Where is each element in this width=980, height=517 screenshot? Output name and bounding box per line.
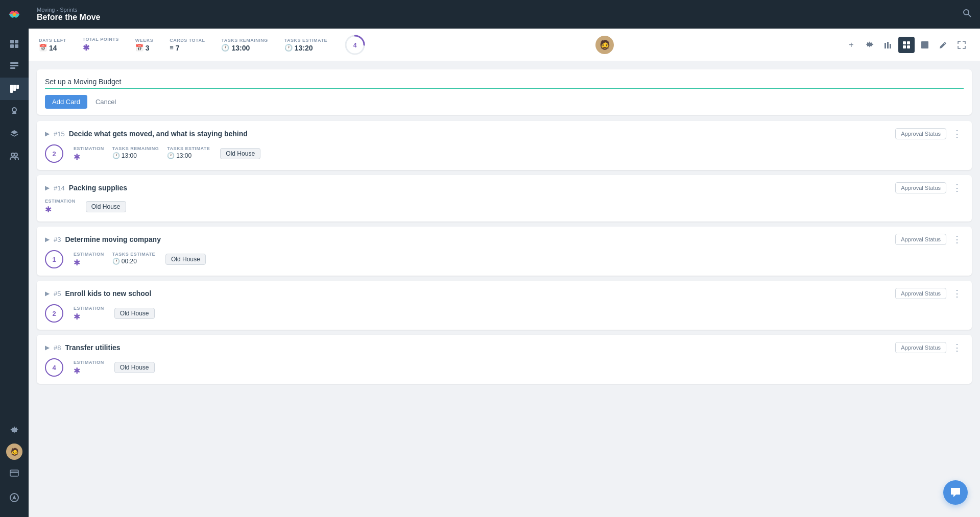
clock-icon: 🕐 xyxy=(112,258,120,265)
chart-button[interactable] xyxy=(898,37,915,53)
estimation-value: ✱ xyxy=(45,205,76,214)
expand-icon[interactable]: ▶ xyxy=(45,344,50,351)
card-meta: ESTIMATION ✱ TASKS ESTIMATE 🕐 00:20 xyxy=(74,252,155,267)
tasks-estimate-label: TASKS ESTIMATE xyxy=(167,146,210,151)
stats-bar: DAYS LEFT 📅 14 TOTAL POINTS ✱ WEEKS 📅 3 … xyxy=(29,29,980,61)
stat-days-left: DAYS LEFT 📅 14 xyxy=(39,38,66,52)
more-options-icon[interactable]: ⋮ xyxy=(950,342,964,353)
stat-total-points-label: TOTAL POINTS xyxy=(83,37,119,42)
estimation-label: ESTIMATION xyxy=(74,146,104,151)
expand-icon[interactable]: ▶ xyxy=(45,184,50,191)
expand-icon[interactable]: ▶ xyxy=(45,236,50,243)
stat-total-points-value: ✱ xyxy=(83,43,119,53)
approval-status-button[interactable]: Approval Status xyxy=(895,234,946,245)
stat-cards-total: CARDS TOTAL ≡ 7 xyxy=(170,38,205,52)
clock-icon: 🕐 xyxy=(112,152,120,159)
estimation-value: ✱ xyxy=(74,258,104,267)
add-card-input[interactable] xyxy=(45,76,964,89)
svg-rect-9 xyxy=(10,85,13,93)
estimation-group: ESTIMATION ✱ xyxy=(74,360,104,376)
svg-rect-17 xyxy=(10,472,18,473)
estimation-group: ESTIMATION ✱ xyxy=(74,252,104,267)
location-tag: Old House xyxy=(114,362,155,373)
svg-point-1 xyxy=(13,13,16,16)
svg-rect-26 xyxy=(885,43,886,48)
approval-status-button[interactable]: Approval Status xyxy=(895,128,946,139)
card-body: 1 ESTIMATION ✱ TASKS ESTIMATE 🕐 00:20 O xyxy=(37,245,972,276)
chat-button[interactable] xyxy=(943,480,968,505)
expand-icon[interactable]: ▶ xyxy=(45,130,50,137)
sidebar-item-settings[interactable] xyxy=(0,419,29,441)
sidebar-item-sprints[interactable] xyxy=(0,78,29,100)
content-area: Add Card Cancel ▶ #15 Decide what gets m… xyxy=(29,61,980,517)
cards-icon: ≡ xyxy=(170,44,174,52)
sidebar-bottom: 🧔 xyxy=(0,419,29,517)
search-icon[interactable] xyxy=(963,9,972,20)
svg-rect-32 xyxy=(907,45,910,48)
weeks-icon: 📅 xyxy=(135,44,144,52)
more-options-icon[interactable]: ⋮ xyxy=(950,288,964,299)
svg-rect-11 xyxy=(16,85,19,89)
card-circle: 1 xyxy=(45,250,63,268)
sidebar-item-boards[interactable] xyxy=(0,55,29,78)
add-card-button[interactable]: Add Card xyxy=(45,95,87,109)
user-avatar-sidebar[interactable]: 🧔 xyxy=(6,444,22,460)
clock-icon: 🕐 xyxy=(221,44,229,52)
sidebar-item-layers[interactable] xyxy=(0,122,29,145)
svg-rect-29 xyxy=(903,41,906,44)
topbar-right xyxy=(963,9,972,20)
stat-tasks-estimate-label: TASKS ESTIMATE xyxy=(284,38,327,43)
settings-button[interactable] xyxy=(862,37,878,53)
card-title: Enroll kids to new school xyxy=(65,289,895,298)
stat-tasks-remaining-value: 🕐 13:00 xyxy=(221,44,268,52)
tasks-remaining-value: 🕐 13:00 xyxy=(112,152,159,159)
main-area: Moving - Sprints Before the Move DAYS LE… xyxy=(29,0,980,517)
sidebar: 🧔 xyxy=(0,0,29,517)
stat-tasks-remaining-label: TASKS REMAINING xyxy=(221,38,268,43)
svg-rect-33 xyxy=(921,41,928,48)
expand-button[interactable] xyxy=(953,37,970,53)
svg-marker-19 xyxy=(12,495,16,500)
user-avatar-stats[interactable]: 🧔 xyxy=(595,36,614,54)
topbar: Moving - Sprints Before the Move xyxy=(29,0,980,29)
location-tag: Old House xyxy=(220,148,260,159)
edit-button[interactable] xyxy=(935,37,951,53)
stat-days-left-value: 📅 14 xyxy=(39,44,66,52)
expand-icon[interactable]: ▶ xyxy=(45,290,50,297)
sidebar-item-creditcard[interactable] xyxy=(0,462,29,484)
approval-status-button[interactable]: Approval Status xyxy=(895,182,946,193)
card-body: ESTIMATION ✱ Old House xyxy=(37,193,972,221)
more-options-icon[interactable]: ⋮ xyxy=(950,182,964,193)
card-body: 2 ESTIMATION ✱ Old House xyxy=(37,299,972,330)
card-header: ▶ #14 Packing supplies Approval Status ⋮ xyxy=(37,175,972,193)
estimation-group: ESTIMATION ✱ xyxy=(45,199,76,214)
cancel-button[interactable]: Cancel xyxy=(91,95,120,109)
tasks-estimate-group: TASKS ESTIMATE 🕐 13:00 xyxy=(167,146,210,159)
card-meta: ESTIMATION ✱ xyxy=(45,199,76,214)
card-circle: 2 xyxy=(45,144,63,163)
sidebar-item-activity[interactable] xyxy=(0,100,29,122)
estimation-group: ESTIMATION ✱ xyxy=(74,306,104,322)
card-number: #14 xyxy=(54,184,65,192)
report-button[interactable] xyxy=(880,37,896,53)
sidebar-navigation xyxy=(0,29,29,167)
svg-rect-3 xyxy=(15,40,18,43)
card-meta: ESTIMATION ✱ xyxy=(74,360,104,376)
approval-status-button[interactable]: Approval Status xyxy=(895,288,946,299)
sidebar-item-dashboard[interactable] xyxy=(0,33,29,55)
calendar-icon: 📅 xyxy=(39,44,47,52)
app-logo[interactable] xyxy=(0,0,29,29)
clock-icon: 🕐 xyxy=(167,152,175,159)
svg-rect-30 xyxy=(907,41,910,44)
card-item: ▶ #3 Determine moving company Approval S… xyxy=(37,227,972,276)
add-button[interactable]: + xyxy=(843,37,859,53)
card-circle: 2 xyxy=(45,304,63,323)
more-options-icon[interactable]: ⋮ xyxy=(950,128,964,139)
grid-button[interactable] xyxy=(917,37,933,53)
approval-status-button[interactable]: Approval Status xyxy=(895,342,946,353)
stat-total-points: TOTAL POINTS ✱ xyxy=(83,37,119,53)
svg-rect-5 xyxy=(15,44,18,48)
more-options-icon[interactable]: ⋮ xyxy=(950,234,964,245)
sidebar-item-navigate[interactable] xyxy=(0,486,29,509)
sidebar-item-team[interactable] xyxy=(0,145,29,167)
